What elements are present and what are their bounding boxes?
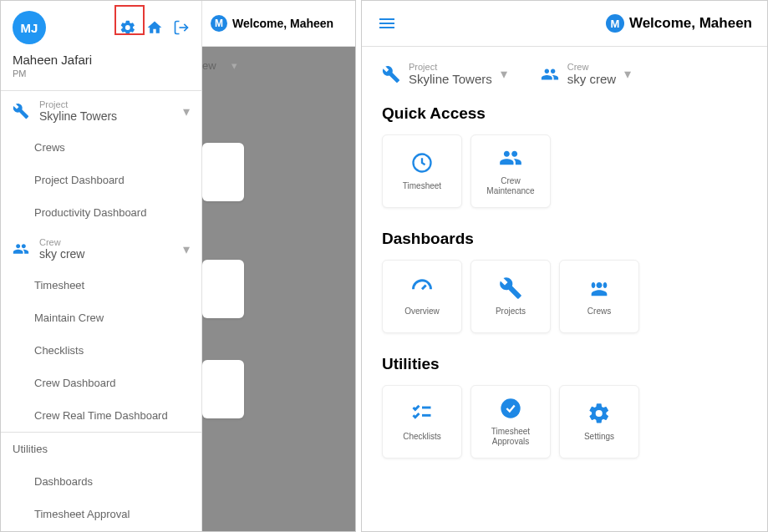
card-settings[interactable]: Settings [559,385,639,459]
gauge-icon [410,276,434,300]
svg-line-2 [422,286,426,290]
nav-crews[interactable]: Crews [1,131,201,164]
crew-value: sky crew [567,72,616,86]
card-label: Checklists [403,432,441,442]
nav-timesheet-approval[interactable]: Timesheet Approval [1,498,201,530]
user-role: PM [1,68,201,90]
card-timesheet-approvals[interactable]: TimesheetApprovals [470,385,551,459]
approval-check-icon [499,397,522,420]
card-timesheet[interactable]: Timesheet [382,134,462,208]
main-content: Project Skyline Towers ▾ Crew sky crew ▾… [362,47,767,495]
bg-welcome-text: Welcome, Maheen [232,17,333,30]
tools-icon [13,103,29,119]
people-icon [13,241,29,257]
project-value: Skyline Towers [409,72,492,86]
tools-icon [499,276,522,300]
sidebar-header: MJ [1,1,201,48]
header: M Welcome, Maheen [362,1,767,47]
nav-maintain-crew[interactable]: Maintain Crew [1,301,201,334]
card-label: Projects [496,307,526,317]
home-icon[interactable] [146,19,163,36]
card-label: CrewMaintenance [486,176,534,196]
app-logo-icon: M [606,14,624,33]
card-crews[interactable]: Crews [559,260,639,333]
logout-icon[interactable] [173,19,190,36]
welcome-text: Welcome, Maheen [629,15,752,32]
project-label: Project [39,99,183,109]
people-icon [587,276,611,300]
caret-down-icon: ▾ [624,66,631,82]
hamburger-menu-icon[interactable] [377,13,397,33]
card-label: Overview [404,307,440,317]
utilities-heading: Utilities [382,355,747,373]
right-panel: M Welcome, Maheen Project Skyline Towers… [361,0,768,532]
card-overview[interactable]: Overview [382,260,462,333]
project-value: Skyline Towers [39,109,183,123]
quick-access-heading: Quick Access [382,104,747,123]
crew-value: sky crew [39,247,183,261]
bg-crew-dropdown-fragment: ew ▾ [202,59,237,72]
dimmed-background: M Welcome, Maheen ew ▾ [202,1,355,531]
caret-down-icon: ▾ [183,241,190,257]
nav-crew-dashboard[interactable]: Crew Dashboard [1,367,201,399]
people-icon [541,65,559,84]
card-crew-maintenance[interactable]: CrewMaintenance [470,134,551,208]
caret-down-icon: ▾ [231,59,237,72]
project-dropdown[interactable]: Project Skyline Towers ▾ [382,62,507,86]
dashboards-heading: Dashboards [382,230,747,248]
checklist-icon [410,402,434,425]
card-label: Settings [584,432,614,442]
highlight-box-settings [114,5,145,35]
card-projects[interactable]: Projects [470,260,551,333]
people-icon [499,146,522,170]
bg-header: M Welcome, Maheen [202,1,355,47]
project-dropdown[interactable]: Project Skyline Towers ▾ [1,91,201,131]
header-title: M Welcome, Maheen [606,14,752,33]
svg-point-5 [501,398,520,418]
app-logo-icon: M [211,15,227,32]
nav-crew-realtime-dashboard[interactable]: Crew Real Time Dashboard [1,399,201,432]
clock-icon [410,151,434,175]
left-panel: M Welcome, Maheen ew ▾ MJ [0,0,356,532]
sidebar: MJ Maheen Jafari PM Project [1,1,202,531]
utilities-section-title: Utilities [1,433,201,465]
card-label: Timesheet [403,181,441,191]
crew-label: Crew [567,62,616,72]
card-label: TimesheetApprovals [491,427,530,447]
caret-down-icon: ▾ [501,66,507,82]
nav-productivity-dashboard[interactable]: Productivity Dashboard [1,196,201,229]
user-name: Maheen Jafari [1,48,201,68]
bg-card [202,360,244,418]
caret-down-icon: ▾ [183,104,190,119]
crew-dropdown[interactable]: Crew sky crew ▾ [1,229,201,269]
nav-dashboards[interactable]: Dashboards [1,465,201,498]
nav-timesheet[interactable]: Timesheet [1,269,201,301]
nav-checklists[interactable]: Checklists [1,334,201,367]
nav-project-dashboard[interactable]: Project Dashboard [1,164,201,196]
bg-card [202,260,244,318]
card-checklists[interactable]: Checklists [382,385,462,459]
tools-icon [382,65,400,84]
card-label: Crews [587,307,611,317]
crew-dropdown[interactable]: Crew sky crew ▾ [541,62,631,86]
bg-card [202,143,244,201]
project-label: Project [409,62,492,72]
crew-label: Crew [39,237,183,247]
avatar[interactable]: MJ [13,11,46,44]
gear-icon [587,402,611,425]
